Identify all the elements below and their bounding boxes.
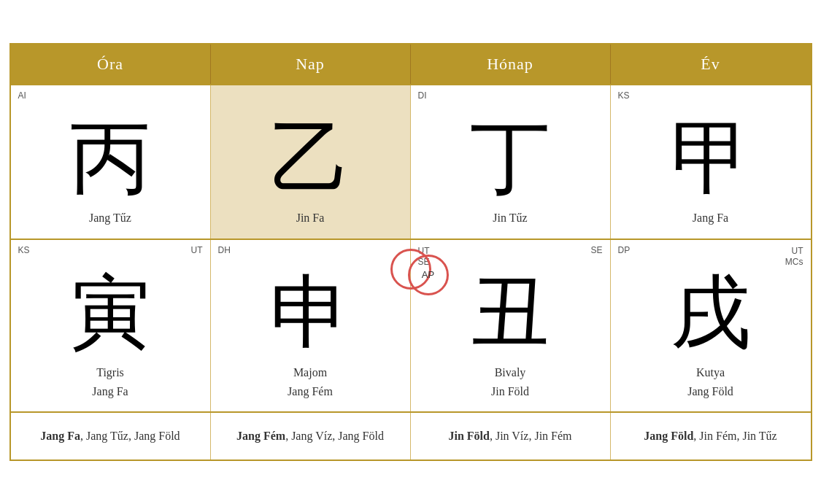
corner-tr-r2c3: SE <box>590 246 602 255</box>
summary-bold-4: Jang Föld <box>644 430 693 442</box>
label1-r2c3: Bivaly <box>495 365 526 381</box>
label2-r2c1: Jang Fa <box>92 384 128 400</box>
cell-row2-col4: DP UTMCs 戌 Kutya Jang Föld <box>611 240 811 412</box>
label-r1c4: Jang Fa <box>693 210 728 226</box>
header-ev: Év <box>611 44 811 84</box>
corner-tl-r1c4: KS <box>618 91 630 101</box>
corner-tl-r2c2: DH <box>218 246 231 255</box>
summary-row: Jang Fa, Jang Tűz, Jang Föld Jang Fém, J… <box>11 411 811 459</box>
label-r1c3: Jin Tűz <box>493 210 527 226</box>
kanji-r2c3: 丑 <box>470 269 550 357</box>
circle-indicator: AP <box>408 255 449 295</box>
header-nap: Nap <box>211 44 411 84</box>
summary-rest-4: , Jin Fém, Jin Tűz <box>693 430 776 442</box>
kanji-r2c2: 申 <box>270 269 350 357</box>
cell-row1-col3: DI 丁 Jin Tűz <box>411 85 611 238</box>
summary-cell-3: Jin Föld, Jin Víz, Jin Fém <box>411 413 611 459</box>
cell-row1-col4: KS 甲 Jang Fa <box>611 85 811 238</box>
summary-rest-2: , Jang Víz, Jang Föld <box>285 430 384 442</box>
label2-r2c4: Jang Föld <box>687 384 733 400</box>
kanji-r2c4: 戌 <box>671 269 751 357</box>
header-row: Óra Nap Hónap Év <box>11 44 811 84</box>
cell-row2-col3: UTSE SE AP 丑 Bivaly Jin Föld <box>411 240 611 412</box>
corner-tl-r2c4: DP <box>618 246 631 255</box>
circle-ap-label: AP <box>422 269 434 280</box>
row2: KS UT 寅 Tigris Jang Fa DH 申 Majom Jang F… <box>11 239 811 412</box>
summary-bold-2: Jang Fém <box>236 430 285 442</box>
main-table: Óra Nap Hónap Év AI 丙 Jang Tűz 乙 Jin Fa … <box>9 43 812 460</box>
summary-cell-1: Jang Fa, Jang Tűz, Jang Föld <box>11 413 211 459</box>
label1-r2c1: Tigris <box>96 365 124 381</box>
summary-rest-3: , Jin Víz, Jin Fém <box>490 430 572 442</box>
cell-row1-col1: AI 丙 Jang Tűz <box>11 85 211 238</box>
summary-bold-1: Jang Fa <box>40 430 80 442</box>
label2-r2c3: Jin Föld <box>491 384 529 400</box>
summary-rest-1: , Jang Tűz, Jang Föld <box>80 430 180 442</box>
corner-tr-r2c4: UTMCs <box>785 246 803 268</box>
summary-cell-4: Jang Föld, Jin Fém, Jin Tűz <box>611 413 811 459</box>
kanji-r1c3: 丁 <box>470 115 550 203</box>
kanji-r2c1: 寅 <box>70 269 150 357</box>
corner-tl-r1c1: AI <box>18 91 26 101</box>
corner-tl-r2c1: KS <box>18 246 30 255</box>
cell-row1-col2: 乙 Jin Fa <box>211 85 411 238</box>
row1: AI 丙 Jang Tűz 乙 Jin Fa DI 丁 Jin Tűz KS 甲… <box>11 84 811 238</box>
kanji-r1c4: 甲 <box>671 115 751 203</box>
label-r1c2: Jin Fa <box>296 210 325 226</box>
summary-cell-2: Jang Fém, Jang Víz, Jang Föld <box>211 413 411 459</box>
label1-r2c2: Majom <box>293 365 327 381</box>
header-honap: Hónap <box>411 44 611 84</box>
kanji-r1c1: 丙 <box>70 115 150 203</box>
header-ora: Óra <box>11 44 211 84</box>
cell-row2-col2: DH 申 Majom Jang Fém <box>211 240 411 412</box>
kanji-r1c2: 乙 <box>270 115 350 203</box>
label1-r2c4: Kutya <box>696 365 725 381</box>
corner-tr-r2c1: UT <box>191 246 203 255</box>
summary-bold-3: Jin Föld <box>448 430 489 442</box>
label-r1c1: Jang Tűz <box>89 210 131 226</box>
corner-tl-r1c3: DI <box>418 91 427 101</box>
cell-row2-col1: KS UT 寅 Tigris Jang Fa <box>11 240 211 412</box>
label2-r2c2: Jang Fém <box>288 384 333 400</box>
